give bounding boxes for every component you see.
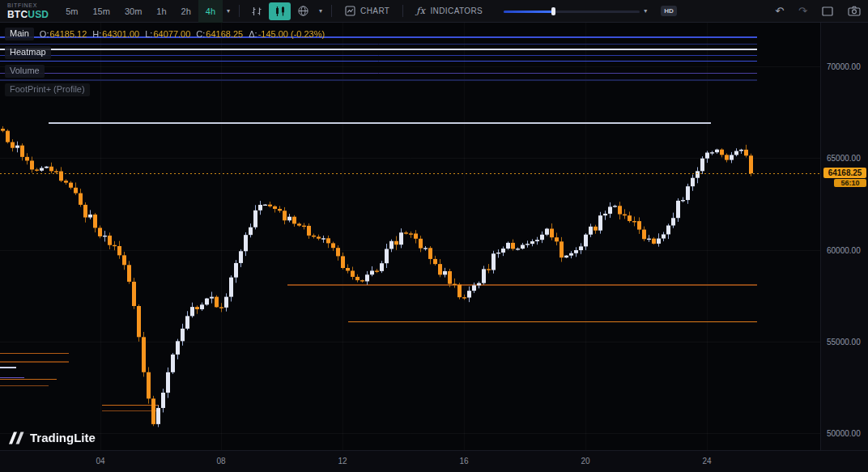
high-label: H:	[92, 29, 101, 40]
close-value: 64168.25	[206, 29, 243, 40]
symbol-quote: USD	[28, 9, 49, 20]
price-axis-label: 65000.00	[827, 154, 861, 163]
candlestick-icon	[274, 6, 286, 17]
slider-fill	[504, 11, 552, 13]
symbol-pair: BTCUSD	[7, 10, 49, 19]
globe-icon	[297, 5, 309, 17]
footprint-indicator-pill[interactable]: FootPrint+ (Profile)	[5, 83, 90, 96]
hd-badge[interactable]: HD	[661, 6, 677, 16]
price-axis-label: 55000.00	[827, 338, 861, 347]
slider-handle[interactable]	[551, 7, 555, 15]
indicator-row-heatmap: Heatmap	[5, 46, 51, 59]
time-axis-label: 20	[581, 457, 589, 466]
indicator-legend: Main O:64185.12 H:64301.00 L:64077.00 C:…	[5, 28, 325, 96]
main-area: Main O:64185.12 H:64301.00 L:64077.00 C:…	[0, 23, 868, 450]
time-axis-label: 16	[459, 457, 468, 466]
tradinglite-app: BITFINEX BTCUSD 5m15m30m1h2h4h ▾	[0, 0, 868, 472]
indicator-row-volume: Volume	[5, 65, 45, 78]
camera-icon	[848, 6, 861, 16]
symbol-base: BTC	[7, 9, 28, 20]
main-indicator-label: Main	[10, 28, 29, 38]
chart-button-label: CHART	[360, 6, 389, 15]
timeframe-group: 5m15m30m1h2h4h	[58, 0, 223, 23]
function-icon: ƒx	[416, 6, 425, 16]
heatmap-indicator-label: Heatmap	[10, 47, 46, 57]
time-axis-label: 12	[338, 457, 347, 466]
open-label: O:	[40, 29, 49, 40]
delta-value: -145.00 (-0.23%)	[258, 29, 326, 40]
current-price-badge: 64168.25	[823, 168, 866, 178]
low-value: 64077.00	[153, 29, 190, 40]
tradinglite-logo-icon	[7, 432, 24, 444]
timeframe-4h[interactable]: 4h	[198, 0, 223, 23]
price-axis-label: 60000.00	[827, 246, 861, 255]
volume-indicator-label: Volume	[10, 66, 40, 75]
window-frame-icon	[822, 6, 833, 16]
timeframe-dropdown-caret[interactable]: ▾	[223, 0, 234, 23]
time-axis-label: 04	[96, 457, 104, 466]
slider-dropdown-caret[interactable]: ▾	[640, 0, 651, 23]
price-axis-label: 50000.00	[827, 429, 861, 438]
redo-button[interactable]: ↷	[791, 5, 815, 17]
toolbar-divider	[331, 5, 332, 17]
time-axis[interactable]: 040812162024	[0, 450, 868, 472]
indicator-row-footprint: FootPrint+ (Profile)	[5, 83, 90, 96]
fullscreen-button[interactable]	[815, 6, 840, 16]
footprint-indicator-label: FootPrint+ (Profile)	[10, 84, 85, 94]
undo-button[interactable]: ↶	[768, 5, 791, 17]
layers-globe-button[interactable]	[292, 2, 314, 20]
chart-style-bars-button[interactable]	[245, 2, 267, 20]
time-axis-label: 24	[702, 457, 711, 466]
chart-style-candles-button[interactable]	[269, 2, 291, 20]
candle-countdown-badge: 56:10	[834, 179, 866, 187]
timeframe-5m[interactable]: 5m	[58, 0, 85, 23]
indicator-row-main: Main O:64185.12 H:64301.00 L:64077.00 C:…	[5, 28, 325, 40]
toolbar-divider	[239, 5, 240, 17]
symbol-selector[interactable]: BITFINEX BTCUSD	[0, 2, 58, 19]
low-label: L:	[145, 29, 152, 40]
price-axis[interactable]: 64168.25 56:10 70000.0065000.0060000.005…	[820, 23, 868, 450]
toolbar-divider	[402, 5, 403, 17]
chart-area[interactable]: Main O:64185.12 H:64301.00 L:64077.00 C:…	[0, 23, 820, 450]
timeframe-30m[interactable]: 30m	[117, 0, 149, 23]
heatmap-indicator-pill[interactable]: Heatmap	[5, 46, 51, 59]
indicators-button[interactable]: ƒx INDICATORS	[408, 0, 491, 23]
volume-indicator-pill[interactable]: Volume	[5, 65, 45, 78]
open-value: 64185.12	[49, 29, 87, 40]
watermark-text: TradingLite	[30, 431, 96, 444]
main-indicator-pill[interactable]: Main	[5, 28, 34, 40]
chart-panel-icon	[345, 6, 355, 16]
high-value: 64301.00	[102, 29, 139, 40]
timeframe-2h[interactable]: 2h	[174, 0, 198, 23]
heatmap-intensity-slider[interactable]	[504, 6, 640, 16]
price-axis-label: 70000.00	[827, 62, 861, 71]
globe-dropdown-caret[interactable]: ▾	[315, 0, 326, 23]
close-label: C:	[196, 29, 205, 40]
delta-label: Δ:	[249, 29, 257, 40]
timeframe-1h[interactable]: 1h	[149, 0, 173, 23]
watermark: TradingLite	[7, 431, 96, 444]
time-axis-label: 08	[216, 457, 225, 466]
screenshot-button[interactable]	[840, 6, 868, 16]
top-toolbar: BITFINEX BTCUSD 5m15m30m1h2h4h ▾	[0, 0, 868, 23]
exchange-name: BITFINEX	[7, 2, 49, 8]
chart-button[interactable]: CHART	[337, 0, 398, 23]
ohlc-bars-icon	[251, 6, 262, 17]
indicators-button-label: INDICATORS	[430, 6, 483, 15]
timeframe-15m[interactable]: 15m	[85, 0, 117, 23]
